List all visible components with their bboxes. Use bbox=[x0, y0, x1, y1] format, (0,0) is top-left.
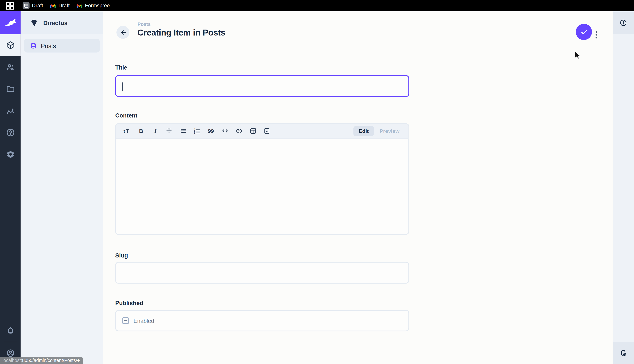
editor-body[interactable] bbox=[116, 139, 408, 235]
sidebar-item-posts[interactable]: Posts bbox=[24, 39, 100, 52]
revisions-clipboard-clock-icon bbox=[619, 349, 628, 357]
svg-text:3: 3 bbox=[194, 132, 195, 134]
published-checkbox-label: Enabled bbox=[133, 317, 154, 324]
published-checkbox[interactable] bbox=[122, 317, 129, 324]
editor-toolbar: tT B I bbox=[116, 124, 408, 138]
directus-logo-button[interactable] bbox=[0, 11, 21, 34]
database-icon bbox=[30, 42, 37, 49]
image-icon bbox=[263, 127, 271, 134]
italic-icon: I bbox=[151, 127, 159, 134]
app-shell: Directus Posts bbox=[0, 11, 634, 364]
svg-text:31: 31 bbox=[25, 6, 27, 8]
module-bar bbox=[0, 11, 21, 364]
arrow-left-icon bbox=[119, 28, 127, 36]
calendar-icon: 31 bbox=[23, 2, 30, 9]
cube-icon bbox=[6, 41, 15, 50]
slug-field-label: Slug bbox=[115, 252, 128, 258]
module-files[interactable] bbox=[0, 78, 21, 100]
module-content[interactable] bbox=[0, 34, 21, 56]
kebab-dot bbox=[596, 37, 597, 38]
screen: 31 Draft Draft bbox=[0, 0, 634, 364]
save-button[interactable] bbox=[576, 24, 592, 40]
viewport: 31 Draft Draft bbox=[0, 0, 634, 364]
italic-button[interactable]: I bbox=[150, 126, 160, 136]
svg-text:99: 99 bbox=[208, 128, 214, 134]
status-url-rest: 8055/admin/content/Posts/+ bbox=[22, 358, 80, 363]
slug-input[interactable] bbox=[115, 262, 409, 284]
tab-label: Draft bbox=[59, 3, 70, 8]
bold-button[interactable]: B bbox=[136, 126, 146, 136]
apps-grid-icon bbox=[6, 2, 14, 10]
gmail-icon bbox=[76, 3, 83, 8]
right-sidebar bbox=[612, 11, 634, 364]
browser-tab-formspree[interactable]: Formspree bbox=[76, 1, 110, 10]
nav-sidebar: Directus Posts bbox=[21, 11, 103, 364]
project-name: Directus bbox=[43, 19, 68, 26]
svg-text:I: I bbox=[154, 128, 157, 134]
table-button[interactable] bbox=[248, 126, 258, 136]
blockquote-button[interactable]: 99 bbox=[206, 126, 216, 136]
text-size-button[interactable]: tT bbox=[122, 126, 133, 136]
editor-preview-tab[interactable]: Preview bbox=[375, 126, 404, 136]
apps-grid-icon[interactable] bbox=[5, 1, 14, 10]
link-button[interactable] bbox=[234, 126, 244, 136]
right-sidebar-info-section bbox=[612, 11, 634, 34]
info-button[interactable] bbox=[619, 19, 627, 26]
sidebar-item-label: Posts bbox=[41, 42, 56, 49]
content-field-label: Content bbox=[115, 112, 137, 119]
fan-icon bbox=[30, 18, 39, 27]
blockquote-icon: 99 bbox=[207, 127, 215, 134]
gmail-icon bbox=[50, 3, 56, 8]
code-button[interactable] bbox=[220, 126, 230, 136]
published-box: Enabled bbox=[115, 310, 409, 331]
editor-edit-tab[interactable]: Edit bbox=[353, 126, 374, 136]
more-options-button[interactable] bbox=[592, 29, 601, 41]
strikethrough-icon bbox=[165, 127, 173, 134]
numbered-list-icon: 123 bbox=[194, 127, 201, 134]
title-field-label: Title bbox=[115, 64, 127, 71]
browser-tab-draft-calendar[interactable]: 31 Draft bbox=[23, 1, 43, 10]
info-icon bbox=[619, 19, 627, 26]
numbered-list-button[interactable]: 123 bbox=[192, 126, 202, 136]
gear-icon bbox=[6, 150, 15, 159]
module-settings[interactable] bbox=[0, 144, 21, 165]
text-caret bbox=[122, 82, 123, 91]
back-button[interactable] bbox=[117, 26, 130, 39]
bulleted-list-button[interactable] bbox=[178, 126, 189, 136]
module-insights[interactable] bbox=[0, 100, 21, 122]
svg-text:T: T bbox=[126, 128, 129, 134]
published-field-label: Published bbox=[115, 300, 143, 306]
folder-icon bbox=[6, 84, 15, 93]
title-input-field[interactable] bbox=[116, 76, 408, 96]
page-titles: Posts Creating Item in Posts bbox=[138, 22, 225, 38]
title-input[interactable] bbox=[115, 75, 409, 97]
slug-input-field[interactable] bbox=[116, 263, 408, 283]
bell-icon bbox=[6, 326, 15, 335]
project-header[interactable]: Directus bbox=[21, 11, 103, 34]
kebab-dot bbox=[596, 34, 597, 36]
code-icon bbox=[221, 127, 229, 134]
main-content: Posts Creating Item in Posts Title Conte… bbox=[103, 11, 612, 364]
bold-icon: B bbox=[138, 127, 145, 134]
directus-rabbit-icon bbox=[3, 18, 17, 28]
module-notifications[interactable] bbox=[0, 320, 21, 342]
content-editor: tT B I bbox=[115, 123, 409, 235]
insights-icon bbox=[6, 106, 15, 115]
browser-top-bar: 31 Draft Draft bbox=[0, 0, 634, 11]
strikethrough-button[interactable] bbox=[164, 126, 174, 136]
link-icon bbox=[235, 127, 243, 134]
module-users[interactable] bbox=[0, 56, 21, 78]
browser-tab-draft-gmail[interactable]: Draft bbox=[50, 1, 70, 10]
module-docs[interactable] bbox=[0, 122, 21, 143]
breadcrumb[interactable]: Posts bbox=[138, 22, 225, 27]
tab-label: Draft bbox=[32, 3, 43, 8]
table-icon bbox=[249, 127, 257, 134]
revisions-button[interactable] bbox=[619, 349, 628, 357]
status-url-prefix: localhost: bbox=[3, 358, 22, 363]
indeterminate-dash-icon bbox=[124, 320, 128, 321]
page-title: Creating Item in Posts bbox=[138, 28, 225, 38]
right-sidebar-revisions-section bbox=[612, 342, 634, 364]
status-url-tooltip: localhost:8055/admin/content/Posts/+ bbox=[0, 357, 83, 364]
image-button[interactable] bbox=[262, 126, 272, 136]
svg-text:B: B bbox=[139, 128, 143, 134]
